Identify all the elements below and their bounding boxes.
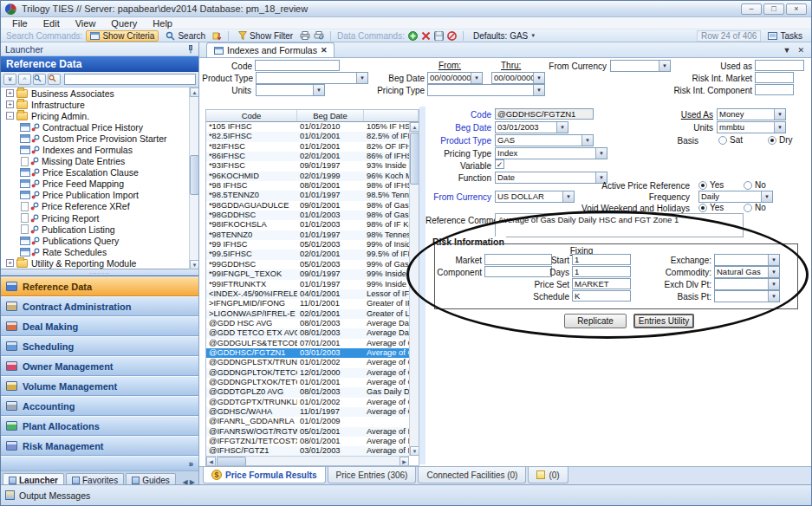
close-tab-icon[interactable]: ✕ [321,46,328,55]
tree-item-publications-query[interactable]: Publications Query [1,235,198,246]
tree-item-price-publication-import[interactable]: Price Publication Import [1,190,198,201]
pin-icon[interactable] [187,45,194,54]
module-deal-making[interactable]: Deal Making [1,316,198,336]
table-row[interactable]: @IFANRSW/OGT/RGTWEST05/01/2001Average of… [206,427,409,437]
table-row[interactable]: *98TENNZ001/01/199798% Tennesse [206,230,409,240]
delete-record-icon[interactable] [421,31,431,41]
tree-item-price-escalation-clause[interactable]: Price Escalation Clause [1,167,198,178]
table-row[interactable]: >LIGONWASP/IFREL-E02/01/2001Greater of L… [206,309,409,319]
menu-view[interactable]: View [68,18,104,29]
table-row[interactable]: @GDDTGPTX/TRUNKLINE01/01/2002Average of … [206,398,409,407]
expand-icon[interactable]: + [6,101,14,108]
product-type-field[interactable]: GAS▼ [495,134,594,146]
restore-button[interactable]: □ [763,3,784,15]
tab-scroll-arrows[interactable]: ◀ ▶ [182,478,197,484]
chevron-down-icon[interactable]: ▼ [581,135,593,146]
table-row[interactable]: *96KOCHMID02/01/199996% Koch Mids [206,172,409,181]
scroll-up-icon[interactable]: ▲ [190,88,199,97]
tree-item-pricing-report[interactable]: Pricing Report [1,212,198,224]
table-row[interactable]: @IFFGTZN1/TETCOSTX08/01/2001Average of I… [206,437,409,446]
table-row[interactable]: *82IFHSC01/01/200182% OF IFHSC [206,142,409,152]
module-contract-administration[interactable]: Contract Administration [1,296,198,316]
table-row[interactable]: *99IFNGPL_TEXOK09/01/199799% Inside FE [206,269,409,279]
splitter-grip[interactable]: ........ [1,269,198,276]
tree-item-infrastructure[interactable]: +Infrastructure [1,99,198,110]
table-row[interactable]: @GDD HSC AVG08/01/2003Average Daily [206,319,409,328]
search-icon[interactable] [33,74,46,85]
expand-icon[interactable]: + [6,259,14,267]
chevron-down-icon[interactable]: ▼ [562,191,574,202]
void-yes-radio[interactable]: Yes [698,203,724,212]
module-plant-allocations[interactable]: Plant Allocations [1,416,198,436]
defaults-dropdown[interactable]: Defaults: GAS ▼ [470,30,539,42]
table-row[interactable]: *98.5TENNZ001/01/199798.5% Tenness [206,191,409,200]
chevron-down-icon[interactable]: ▼ [768,279,779,289]
tree-item-custom-price-provision-starter[interactable]: Custom Price Provision Starter [1,133,198,144]
tab-list-dropdown-icon[interactable]: ▼ [783,46,791,55]
tab-indexes-and-formulas[interactable]: Indexes and Formulas ✕ [206,42,335,57]
module-reference-data[interactable]: Reference Data [1,276,198,296]
tree-item-utility-reporting-module[interactable]: +Utility & Reporting Module [1,257,198,269]
menu-edit[interactable]: Edit [36,18,68,29]
print-icon[interactable] [300,31,310,40]
show-filter-button[interactable]: Show Filter [235,30,296,42]
table-row[interactable]: *99GDDHSC05/01/200399% of Gas Da [206,260,409,269]
tree-item-contractual-price-history[interactable]: Contractual Price History [1,121,198,133]
tasks-button[interactable]: Tasks [764,30,806,42]
table-row[interactable]: @GDD TETCO ETX AVG08/01/2003Average Dail… [206,328,409,338]
void-no-radio[interactable]: No [744,203,766,212]
chevron-down-icon[interactable]: ▼ [533,73,544,83]
column-header-desc[interactable] [364,110,419,121]
menu-query[interactable]: Query [103,18,145,29]
tab-launcher[interactable]: Launcher [3,473,64,484]
chevron-down-icon[interactable]: ▼ [768,255,779,265]
units-criteria-dropdown[interactable]: ▼ [256,84,325,96]
tab-guides[interactable]: Guides [126,473,176,484]
replicate-button[interactable]: Replicate [564,314,627,328]
tree-item-publication-listing[interactable]: Publication Listing [1,224,198,235]
risk-int-market-input[interactable] [755,72,794,83]
grid-vscrollbar[interactable]: ▲ ▼ [409,122,419,456]
basis-dry-radio[interactable]: Dry [768,135,793,145]
module-volume-management[interactable]: Volume Management [1,376,198,396]
tab-favorites[interactable]: Favorites [66,473,124,484]
start-input[interactable]: 1 [572,254,631,265]
close-document-icon[interactable]: ✕ [797,46,804,55]
chevron-down-icon[interactable]: ▼ [774,109,785,120]
table-row[interactable]: @GDDNGPLTOK/TETCOETX12/01/2000Average of… [206,368,409,378]
table-row[interactable]: @IFANRL_GDDANRLA01/01/2009 [206,417,409,426]
table-row[interactable]: >IFNGPLMID/IFONG11/01/2001Greater of IFN [206,299,409,308]
tree-search-input[interactable] [64,74,196,85]
tab-0[interactable]: (0) [528,467,568,483]
tab-price-entries-306[interactable]: Price Entries (306) [328,467,417,483]
close-button[interactable]: × [786,3,807,15]
module-risk-management[interactable]: Risk Management [1,436,198,456]
table-row[interactable]: *86IFHSC02/01/200186% of IFHSC [206,152,409,161]
table-row[interactable]: *98GDDHSC01/01/200398% of Gas Da [206,211,409,220]
tree-item-business-associates[interactable]: +Business Associates [1,88,198,99]
menu-file[interactable]: File [4,18,36,29]
tree-item-price-reference-xref[interactable]: Price Reference XRef [1,201,198,212]
table-row[interactable]: *99 IFHSC05/01/200399% of Inside F [206,240,409,250]
table-row[interactable]: @GDDGULFS&TETCOELA07/01/2001Average of G… [206,339,409,348]
table-row[interactable]: *98IFKOCHSLA01/01/200398% of IF Koch [206,220,409,230]
pricing-type-criteria-dropdown[interactable]: ▼ [427,84,545,96]
minimize-button[interactable]: – [741,3,762,15]
module-owner-management[interactable]: Owner Management [1,356,198,376]
table-row[interactable]: @GDDTGPLZ0 AVG08/01/2003Gas Daily Daily [206,387,409,397]
tab-price-formula-results[interactable]: $Price Formula Results [203,467,326,483]
scroll-left-icon[interactable]: ◀ [206,457,216,466]
scroll-right-icon[interactable]: ▶ [400,457,409,466]
tree-item-price-feed-mapping[interactable]: Price Feed Mapping [1,178,198,190]
column-header-beg-date[interactable]: Beg Date [297,110,364,121]
clear-sort-icon[interactable] [212,31,222,41]
chevron-down-icon[interactable]: ▼ [313,85,324,95]
chevron-down-icon[interactable]: ▼ [533,85,544,95]
scroll-down-icon[interactable]: ▼ [190,260,199,269]
add-record-icon[interactable] [408,31,418,41]
beg-date-thru-picker[interactable]: 00/00/0000▼ [491,72,545,84]
chevron-down-icon[interactable]: ▼ [768,267,779,277]
scroll-thumb[interactable] [217,457,246,466]
collapse-icon[interactable]: - [6,112,14,120]
table-row[interactable]: *105 IFHSC01/01/2010105% IF HSC [206,122,409,132]
